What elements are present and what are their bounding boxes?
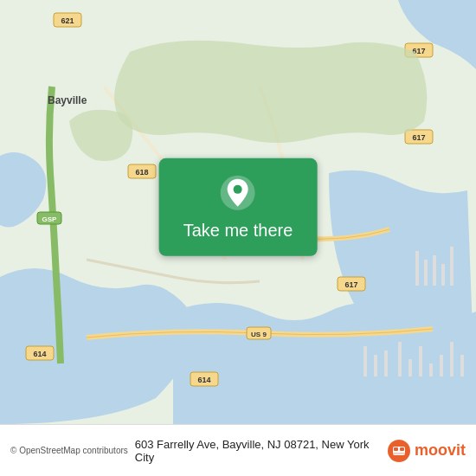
map-attribution: © OpenStreetMap contributors (10, 446, 128, 455)
moovit-text: moovit (415, 441, 466, 460)
svg-text:Bayville: Bayville (48, 94, 87, 106)
svg-rect-25 (441, 264, 445, 286)
svg-point-44 (401, 455, 404, 459)
svg-text:621: 621 (61, 16, 74, 25)
address-text: 603 Farrelly Ave, Bayville, NJ 08721, Ne… (128, 438, 387, 464)
svg-text:GSP: GSP (42, 215, 58, 223)
svg-rect-30 (398, 342, 402, 376)
moovit-logo: moovit (387, 439, 466, 463)
svg-rect-24 (433, 255, 436, 286)
svg-rect-32 (419, 346, 422, 376)
svg-text:617: 617 (412, 133, 425, 142)
take-me-there-button[interactable]: Take me there (159, 158, 318, 256)
svg-rect-26 (450, 247, 453, 286)
moovit-bus-icon (387, 439, 411, 463)
svg-point-38 (234, 185, 242, 194)
svg-text:614: 614 (197, 376, 210, 384)
svg-rect-33 (429, 363, 433, 376)
svg-rect-27 (363, 346, 367, 376)
svg-rect-41 (394, 447, 398, 451)
svg-rect-31 (408, 359, 412, 376)
svg-rect-29 (384, 351, 388, 376)
map-container: US 9 US 9 GSP 621 618 617 617 617 614 (0, 0, 476, 424)
svg-rect-36 (460, 355, 464, 376)
svg-text:617: 617 (344, 280, 357, 289)
svg-rect-23 (424, 260, 428, 286)
take-me-there-label: Take me there (183, 221, 293, 241)
map-pin-icon (219, 174, 257, 212)
svg-text:618: 618 (135, 168, 148, 177)
svg-text:614: 614 (33, 350, 46, 358)
svg-rect-34 (440, 355, 443, 376)
svg-rect-22 (415, 251, 419, 286)
svg-rect-42 (400, 447, 404, 451)
svg-rect-28 (374, 355, 377, 376)
svg-point-43 (394, 455, 397, 459)
svg-text:US 9: US 9 (251, 331, 267, 338)
svg-rect-45 (393, 453, 405, 454)
svg-rect-35 (450, 342, 453, 376)
bottom-bar: © OpenStreetMap contributors 603 Farrell… (0, 424, 476, 476)
